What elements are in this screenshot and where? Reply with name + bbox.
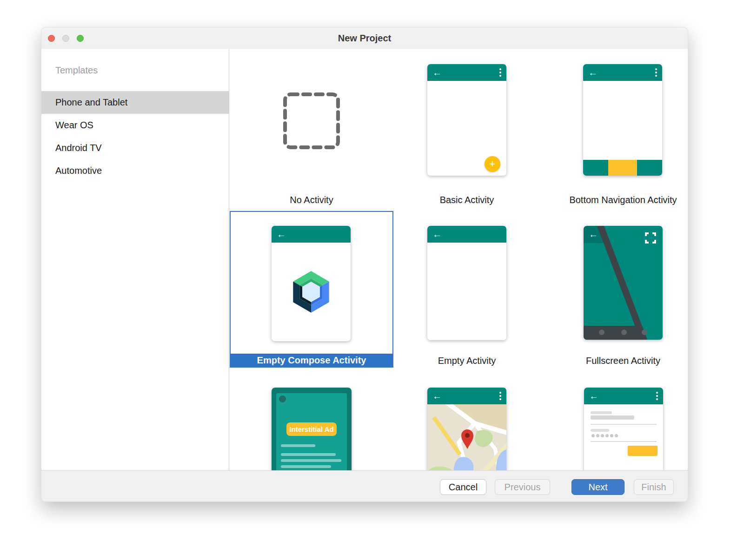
text-placeholder-line [281,453,336,456]
selected-template-label: Empty Compose Activity [231,354,392,367]
jetpack-compose-logo [285,264,338,319]
previous-button: Previous [495,479,550,495]
back-arrow-icon: ← [432,68,442,77]
interstitial-ad-badge: Interstitial Ad [286,422,337,436]
template-card-no-activity[interactable] [283,92,340,150]
mock-app-bar: ← [583,64,662,81]
map-artwork [427,404,506,470]
template-card-admob-ads-activity[interactable]: Interstitial Ad [272,388,352,470]
overflow-menu-icon [655,68,657,77]
finish-button: Finish [634,479,674,495]
password-dots [591,434,618,437]
field-underline [591,424,657,425]
overflow-menu-icon [499,68,501,77]
bottom-navigation-bar [583,160,662,176]
cancel-button[interactable]: Cancel [440,479,486,495]
field-label-placeholder [591,411,612,414]
title-bar: New Project [41,27,688,49]
no-activity-dashed-square-icon [283,92,340,150]
back-arrow-icon: ← [277,230,286,239]
templates-sidebar: Templates Phone and Tablet Wear OS Andro… [41,49,229,470]
template-label-fullscreen-activity: Fullscreen Activity [544,356,688,366]
template-label-empty-activity: Empty Activity [388,356,546,366]
template-card-basic-activity[interactable]: ← + [427,64,506,176]
template-card-maps-activity[interactable]: ← [427,388,506,470]
template-card-fullscreen-activity[interactable]: ← [584,226,663,340]
overflow-menu-icon [499,392,501,400]
new-project-dialog: New Project Templates Phone and Tablet W… [41,27,688,502]
overflow-menu-icon [656,392,658,400]
template-card-login-activity[interactable]: ← [584,388,663,470]
template-card-bottom-navigation-activity[interactable]: ← [583,64,662,176]
template-label-basic-activity: Basic Activity [388,195,546,205]
text-placeholder-line [281,459,341,462]
sidebar-item-android-tv[interactable]: Android TV [41,137,229,159]
fullscreen-icon [644,231,657,244]
login-button-placeholder [628,446,658,456]
template-card-empty-activity[interactable]: ← [427,226,506,340]
camera-dot-icon [279,395,286,402]
sidebar-item-phone-and-tablet[interactable]: Phone and Tablet [41,91,229,114]
text-placeholder-line [281,444,315,447]
mock-app-bar: ← [427,388,506,404]
field-value-placeholder [591,415,634,420]
dialog-title: New Project [41,27,688,49]
field-underline [591,441,657,442]
sidebar-header: Templates [55,64,229,76]
back-arrow-icon: ← [588,68,598,77]
fab-plus-icon: + [485,156,500,172]
next-button[interactable]: Next [571,479,624,495]
template-grid: No Activity ← + Basic Activity ← [229,49,688,470]
sidebar-item-automotive[interactable]: Automotive [41,159,229,182]
field-label-placeholder [591,429,609,432]
mock-app-bar: ← [427,226,506,243]
template-label-no-activity: No Activity [232,195,391,205]
mock-app-bar: ← [427,64,506,81]
template-label-bottom-navigation-activity: Bottom Navigation Activity [544,195,688,205]
text-placeholder-line [281,465,331,468]
dialog-footer: Cancel Previous Next Finish [41,470,688,501]
compose-mockup[interactable]: ← [272,226,351,341]
back-arrow-icon: ← [589,230,598,239]
mock-app-bar: ← [272,226,351,243]
back-arrow-icon: ← [432,230,442,239]
mock-app-bar: ← [584,388,663,404]
screen: New Project Templates Phone and Tablet W… [0,0,744,560]
back-arrow-icon: ← [432,391,442,401]
sidebar-item-wear-os[interactable]: Wear OS [41,114,229,137]
back-arrow-icon: ← [589,391,598,401]
ad-phone-screen: Interstitial Ad [276,393,347,470]
